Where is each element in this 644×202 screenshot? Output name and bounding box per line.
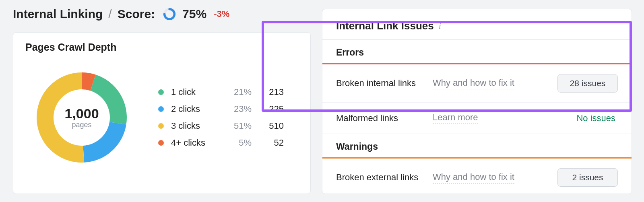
info-icon[interactable]: i: [439, 21, 441, 31]
legend-row-4plus-clicks[interactable]: 4+ clicks 5% 52: [158, 134, 298, 151]
legend-percent: 21%: [223, 87, 252, 97]
issue-help-link[interactable]: Learn more: [433, 112, 478, 124]
issue-help-link[interactable]: Why and how to fix it: [433, 78, 514, 89]
legend-dot-icon: [158, 89, 164, 95]
issues-header: Internal Link Issues i: [322, 9, 632, 40]
issue-row-malformed-links: Malformed links Learn more No issues: [322, 103, 632, 134]
donut-center-label: pages: [64, 121, 99, 129]
legend-percent: 5%: [223, 138, 252, 148]
donut-center: 1,000 pages: [64, 106, 99, 129]
issue-help-link[interactable]: Why and how to fix it: [433, 172, 514, 183]
legend-row-2-clicks[interactable]: 2 clicks 23% 225: [158, 101, 298, 117]
legend-count: 225: [256, 104, 284, 114]
legend-label: 3 clicks: [171, 121, 219, 131]
legend-percent: 23%: [223, 104, 252, 114]
legend-row-3-clicks[interactable]: 3 clicks 51% 510: [158, 117, 298, 134]
legend-percent: 51%: [223, 121, 252, 131]
issue-count-button[interactable]: 2 issues: [557, 168, 618, 187]
legend-dot-icon: [158, 140, 164, 146]
pages-crawl-depth-card: Pages Crawl Depth 1,000 pages: [13, 32, 311, 194]
issue-no-issues-label: No issues: [549, 113, 618, 124]
crawl-depth-donut-chart[interactable]: 1,000 pages: [25, 61, 138, 174]
legend-label: 4+ clicks: [171, 138, 219, 148]
issue-count-button[interactable]: 28 issues: [557, 74, 618, 93]
warnings-section-label: Warnings: [322, 134, 632, 157]
issue-name: Broken external links: [336, 172, 433, 183]
legend-count: 213: [256, 87, 284, 97]
crawl-depth-legend: 1 click 21% 213 2 clicks 23% 225 3 click…: [158, 84, 298, 151]
score-value: 75%: [182, 7, 206, 21]
legend-label: 2 clicks: [171, 104, 219, 114]
legend-count: 510: [256, 121, 284, 131]
legend-dot-icon: [158, 123, 164, 129]
score-label: Score:: [118, 7, 155, 21]
legend-label: 1 click: [171, 87, 219, 97]
legend-count: 52: [256, 138, 284, 148]
crawl-depth-title: Pages Crawl Depth: [25, 41, 298, 53]
issue-name: Malformed links: [336, 113, 433, 124]
breadcrumb-separator: /: [108, 7, 111, 21]
breadcrumb-internal-linking[interactable]: Internal Linking: [13, 7, 103, 21]
issue-row-broken-internal-links: Broken internal links Why and how to fix…: [322, 64, 632, 103]
issue-name: Broken internal links: [336, 78, 433, 89]
internal-link-issues-card: Internal Link Issues i Errors Broken int…: [322, 9, 632, 194]
score-ring-icon: [163, 8, 176, 21]
legend-row-1-click[interactable]: 1 click 21% 213: [158, 84, 298, 101]
donut-center-value: 1,000: [64, 106, 99, 122]
score-delta: -3%: [214, 9, 229, 19]
errors-section-label: Errors: [322, 40, 632, 63]
issues-title: Internal Link Issues: [336, 20, 434, 32]
issue-row-broken-external-links: Broken external links Why and how to fix…: [322, 159, 632, 196]
legend-dot-icon: [158, 106, 164, 112]
